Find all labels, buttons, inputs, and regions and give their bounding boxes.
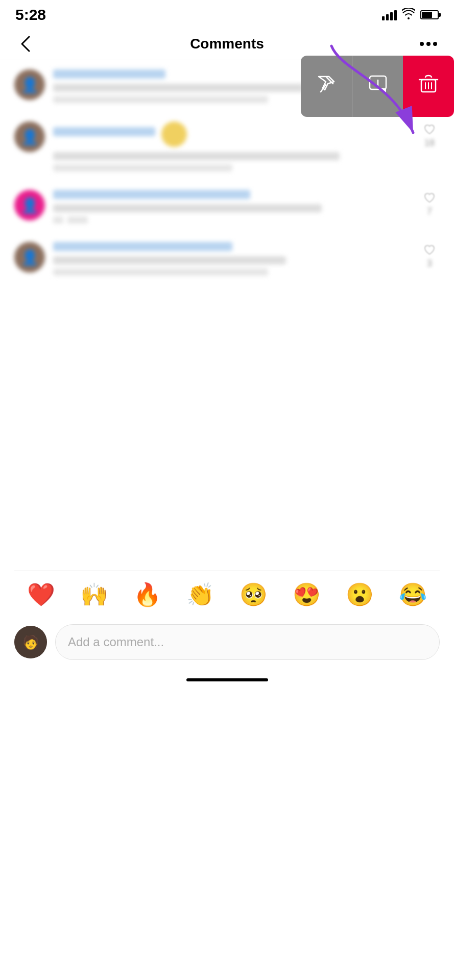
home-indicator: [186, 678, 268, 681]
status-icons: [382, 8, 439, 22]
avatar: 👤: [14, 69, 45, 100]
status-time: 5:28: [15, 6, 46, 23]
trash-icon: [418, 74, 439, 99]
like-button[interactable]: 18: [419, 121, 440, 149]
comment-content: [53, 242, 411, 276]
comment-input[interactable]: Add a comment...: [55, 624, 440, 660]
more-options-button[interactable]: [417, 33, 440, 55]
comment-content: [53, 190, 411, 224]
emoji-clap[interactable]: 👏: [186, 581, 214, 608]
wifi-icon: [402, 8, 415, 22]
user-avatar: 🧑: [14, 626, 47, 658]
battery-icon: [420, 10, 439, 19]
svg-point-0: [420, 42, 424, 46]
avatar: 👤: [14, 242, 45, 273]
svg-point-2: [433, 42, 437, 46]
emoji-heart[interactable]: ❤️: [27, 581, 55, 608]
status-bar: 5:28: [0, 0, 454, 28]
delete-button[interactable]: [403, 56, 454, 117]
emoji-raising-hands[interactable]: 🙌: [80, 581, 108, 608]
swipe-action-buttons: [301, 56, 454, 117]
emoji-laughing[interactable]: 😂: [399, 581, 427, 608]
emoji-fire[interactable]: 🔥: [133, 581, 161, 608]
comment-content: [53, 121, 411, 172]
comments-list: 👤 42: [0, 60, 454, 285]
back-button[interactable]: [14, 33, 37, 55]
page-title: Comments: [190, 36, 264, 52]
comment-placeholder: Add a comment...: [68, 635, 164, 649]
emoji-pleading[interactable]: 🥺: [240, 581, 268, 608]
report-button[interactable]: [352, 56, 403, 117]
svg-point-1: [426, 42, 431, 46]
avatar: 👤: [14, 190, 45, 220]
svg-point-8: [377, 87, 378, 88]
emoji-wow[interactable]: 😮: [346, 581, 374, 608]
like-button[interactable]: 3: [419, 242, 440, 269]
list-item: 👤 18: [0, 112, 454, 181]
pin-icon: [316, 74, 337, 99]
emoji-heart-eyes[interactable]: 😍: [293, 581, 321, 608]
svg-marker-6: [378, 88, 386, 92]
like-button[interactable]: 7: [419, 190, 440, 217]
list-item: 👤 7: [0, 181, 454, 233]
empty-content-area: [0, 285, 454, 571]
avatar: 👤: [14, 121, 45, 152]
signal-icon: [382, 9, 397, 20]
report-icon: [368, 74, 388, 99]
comment-input-row: 🧑 Add a comment...: [0, 618, 454, 672]
list-item: 👤 3: [0, 233, 454, 285]
emoji-row: ❤️ 🙌 🔥 👏 🥺 😍 😮 😂: [0, 571, 454, 618]
pin-button[interactable]: [301, 56, 352, 117]
list-item: 👤 42: [0, 60, 454, 112]
